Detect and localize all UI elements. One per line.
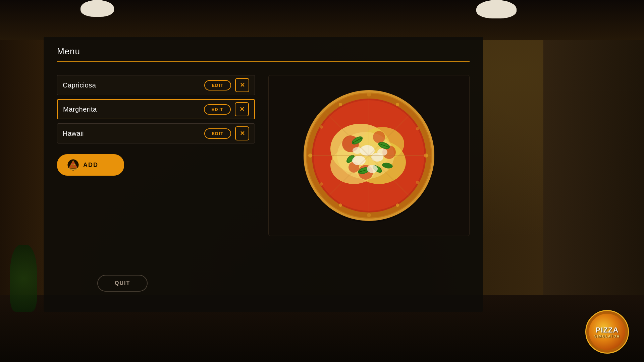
svg-point-47 — [339, 103, 342, 106]
pizza-image — [299, 85, 439, 226]
lamp-1 — [80, 0, 114, 17]
close-icon-hawaii: ✕ — [240, 130, 245, 136]
menu-item-name-margherita: Margherita — [63, 106, 200, 113]
logo-circle: PIZZA SIMULATOR — [585, 310, 629, 354]
svg-point-57 — [308, 154, 312, 158]
svg-point-55 — [339, 203, 342, 207]
pizza-preview-panel — [268, 75, 470, 236]
menu-item-hawaii: Hawaii EDIT ✕ — [57, 123, 255, 143]
logo-text-simulator: SIMULATOR — [594, 335, 620, 338]
content-area: Capriciosa EDIT ✕ Margherita EDIT ✕ Hawa… — [44, 75, 483, 236]
svg-point-37 — [360, 145, 375, 156]
pizza-svg — [299, 85, 439, 226]
menu-item-capriciosa: Capriciosa EDIT ✕ — [57, 75, 255, 95]
svg-point-52 — [416, 181, 419, 184]
svg-point-1 — [72, 163, 74, 164]
add-button[interactable]: ADD — [57, 154, 124, 176]
close-icon-margherita: ✕ — [239, 106, 245, 112]
edit-button-capriciosa[interactable]: EDIT — [204, 80, 231, 90]
svg-point-50 — [416, 127, 419, 130]
svg-point-42 — [353, 147, 362, 154]
plant-decoration — [10, 245, 37, 312]
svg-point-56 — [320, 182, 323, 186]
svg-point-48 — [367, 93, 371, 97]
delete-button-hawaii[interactable]: ✕ — [235, 126, 249, 140]
close-icon-capriciosa: ✕ — [240, 82, 245, 88]
logo-container: PIZZA SIMULATOR — [584, 308, 631, 355]
quit-button[interactable]: QUIT — [97, 275, 148, 292]
svg-point-6 — [74, 164, 75, 165]
main-panel: Menu Capriciosa EDIT ✕ Margherita EDIT ✕ — [44, 37, 483, 312]
delete-button-margherita[interactable]: ✕ — [235, 102, 249, 116]
svg-point-5 — [72, 164, 72, 165]
logo-text-pizza: PIZZA — [596, 326, 619, 335]
svg-point-41 — [377, 148, 387, 156]
svg-point-40 — [367, 165, 378, 173]
svg-point-3 — [74, 166, 76, 167]
menu-item-name-hawaii: Hawaii — [63, 130, 200, 137]
menu-item-margherita: Margherita EDIT ✕ — [57, 99, 255, 119]
svg-point-53 — [396, 203, 399, 207]
edit-button-margherita[interactable]: EDIT — [204, 104, 231, 115]
svg-point-4 — [73, 165, 74, 166]
delete-button-capriciosa[interactable]: ✕ — [235, 78, 249, 92]
svg-point-51 — [424, 154, 428, 158]
edit-button-hawaii[interactable]: EDIT — [204, 128, 231, 139]
panel-title: Menu — [57, 46, 470, 57]
svg-point-54 — [367, 213, 371, 217]
svg-point-58 — [320, 125, 323, 129]
panel-header: Menu — [44, 37, 483, 62]
menu-list: Capriciosa EDIT ✕ Margherita EDIT ✕ Hawa… — [57, 75, 255, 236]
pizza-add-icon — [67, 159, 79, 171]
add-label: ADD — [83, 162, 98, 169]
svg-point-2 — [70, 165, 72, 167]
lamp-2 — [476, 0, 517, 18]
svg-point-49 — [396, 103, 399, 106]
header-divider — [57, 61, 470, 62]
menu-item-name-capriciosa: Capriciosa — [63, 81, 200, 89]
